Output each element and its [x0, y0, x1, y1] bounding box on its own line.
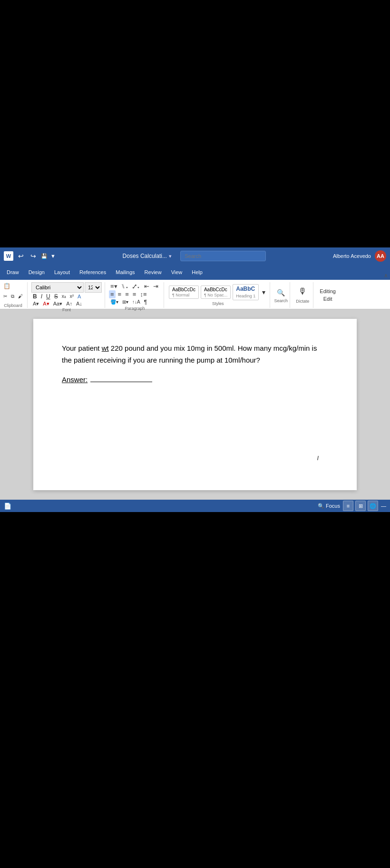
editing-button[interactable]: Editing [318, 288, 337, 295]
dictate-label: Dictate [296, 299, 309, 304]
style-nospace-sub: ¶ No Spac... [204, 293, 227, 297]
multilevel-button[interactable]: ⑇▾ [131, 282, 142, 290]
document-title: Doses Calculati... [123, 253, 167, 259]
document-status-icon: 📄 [4, 503, 11, 510]
styles-row: AaBbCcDc ¶ Normal AaBbCcDc ¶ No Spac... … [169, 284, 267, 300]
status-bar-right: 🔍 Focus ≡ ⊞ 🌐 — [318, 501, 386, 511]
user-name: Alberto Acevedo [333, 253, 371, 259]
title-dropdown[interactable]: ▾ [169, 253, 172, 259]
style-normal-label: AaBbCcDc [172, 287, 195, 292]
font-name-selector[interactable]: Calibri [31, 282, 84, 293]
tab-layout[interactable]: Layout [49, 265, 75, 280]
ribbon-toolbar: 📋 ✂ ⧉ 🖌 Clipboard Calibri 12 B I [0, 280, 390, 309]
document-content: Your patient wt 220 pound and you mix 10… [62, 343, 328, 385]
web-view-button[interactable]: 🌐 [368, 501, 378, 511]
title-bar-left: W ↩ ↪ 💾 ▼ [4, 251, 56, 261]
align-left-button[interactable]: ≡ [109, 290, 116, 298]
focus-text: Focus [326, 503, 340, 509]
focus-icon: 🔍 [318, 503, 324, 509]
user-initials: AA [377, 253, 384, 259]
tab-design[interactable]: Design [24, 265, 49, 280]
clipboard-label: Clipboard [2, 303, 24, 308]
line-spacing-button[interactable]: ↕≡ [138, 290, 148, 298]
para-align-row: ≡ ≡ ≡ ≡ ↕≡ [109, 290, 148, 298]
strikethrough-button[interactable]: S [53, 293, 59, 300]
word-window: W ↩ ↪ 💾 ▼ Doses Calculati... ▾ Alberto A… [0, 247, 390, 512]
shrink-font-button[interactable]: A↑ [65, 300, 74, 307]
format-painter-button[interactable]: 🖌 [17, 293, 24, 299]
font-color-button[interactable]: A▾ [41, 300, 50, 307]
italic-button[interactable]: I [39, 293, 44, 300]
font-color-row: A▾ A▾ Aa▾ A↑ A↓ [31, 300, 84, 307]
status-bar: 📄 🔍 Focus ≡ ⊞ 🌐 — [0, 500, 390, 512]
clipboard-bottom: ✂ ⧉ 🖌 [2, 293, 24, 300]
answer-blank[interactable] [90, 375, 152, 382]
quick-access-save[interactable]: 💾 [41, 253, 48, 259]
font-format-row: B I U S x₂ x² A [31, 293, 82, 300]
grow-font-button[interactable]: Aa▾ [52, 300, 64, 307]
paste-button[interactable]: 📋 [2, 282, 12, 290]
edit-button[interactable]: Edit [322, 296, 334, 302]
subscript-button[interactable]: x₂ [60, 293, 68, 299]
justify-button[interactable]: ≡ [131, 290, 138, 298]
shading-button[interactable]: 🪣▾ [109, 299, 120, 305]
cut-button[interactable]: ✂ [2, 293, 9, 299]
superscript-button[interactable]: x² [68, 293, 75, 299]
document-page[interactable]: Your patient wt 220 pound and you mix 10… [33, 319, 357, 490]
font-size-selector[interactable]: 12 [85, 282, 102, 293]
quick-access-more[interactable]: ▼ [50, 253, 56, 259]
align-center-button[interactable]: ≡ [117, 290, 123, 298]
text-effects-button[interactable]: A [76, 293, 82, 300]
show-formatting-button[interactable]: ¶ [143, 298, 148, 306]
copy-button[interactable]: ⧉ [10, 293, 16, 300]
bullets-button[interactable]: ≡▾ [109, 282, 119, 290]
read-view-button[interactable]: ≡ [343, 501, 353, 511]
tab-help[interactable]: Help [187, 265, 207, 280]
search-button[interactable]: 🔍 [274, 287, 288, 298]
tab-references[interactable]: References [75, 265, 111, 280]
style-h1-label: AaBbC [236, 286, 255, 292]
style-heading1[interactable]: AaBbC Heading 1 [233, 284, 259, 300]
tab-review[interactable]: Review [140, 265, 166, 280]
word-icon: W [4, 251, 13, 261]
numbering-button[interactable]: ⑊▾ [120, 282, 130, 290]
font-top-row: Calibri 12 [31, 282, 102, 293]
para-top-row: ≡▾ ⑊▾ ⑇▾ ⇤ ⇥ [109, 282, 160, 290]
ribbon-collapse-button[interactable]: ∧ [382, 271, 390, 280]
decrease-indent-button[interactable]: ⇤ [143, 282, 151, 290]
underline-button[interactable]: U [45, 293, 52, 300]
tab-view[interactable]: View [166, 265, 187, 280]
status-bar-left: 📄 [4, 503, 11, 510]
zoom-level: — [381, 503, 386, 509]
align-right-button[interactable]: ≡ [124, 290, 130, 298]
answer-label: Answer: [62, 374, 88, 385]
search-group: 🔍 Search [272, 282, 290, 308]
view-icons: ≡ ⊞ 🌐 [343, 501, 378, 511]
grow-font2-button[interactable]: A↓ [75, 300, 84, 307]
style-nospace-label: AaBbCcDc [204, 287, 227, 292]
print-view-button[interactable]: ⊞ [355, 501, 366, 511]
font-group-label: Font [31, 307, 102, 312]
black-top-region [0, 0, 390, 247]
highlight-color-button[interactable]: A▾ [31, 300, 40, 307]
increase-indent-button[interactable]: ⇥ [152, 282, 160, 290]
search-label: Search [274, 298, 288, 303]
style-normal[interactable]: AaBbCcDc ¶ Normal [169, 286, 199, 299]
title-search-input[interactable] [180, 251, 266, 261]
styles-more-button[interactable]: ▾ [261, 288, 267, 296]
user-avatar[interactable]: AA [375, 250, 386, 262]
tab-mailings[interactable]: Mailings [111, 265, 139, 280]
bold-button[interactable]: B [31, 293, 39, 300]
redo-button[interactable]: ↪ [29, 251, 38, 261]
focus-label: 🔍 Focus [318, 503, 340, 509]
black-bottom-region [0, 512, 390, 868]
borders-button[interactable]: ⊞▾ [121, 299, 130, 305]
para-shading-row: 🪣▾ ⊞▾ ↑↓A ¶ [109, 298, 148, 306]
style-no-spacing[interactable]: AaBbCcDc ¶ No Spac... [201, 286, 231, 299]
style-h1-sub: Heading 1 [236, 294, 255, 298]
paragraph-group: ≡▾ ⑊▾ ⑇▾ ⇤ ⇥ ≡ ≡ ≡ ≡ ↕≡ 🪣▾ ⊞▾ ↑↓A ¶ Para… [107, 282, 164, 308]
tab-draw[interactable]: Draw [2, 265, 24, 280]
sort-button[interactable]: ↑↓A [131, 299, 142, 305]
undo-button[interactable]: ↩ [16, 251, 26, 261]
dictate-button[interactable]: 🎙 [297, 286, 308, 297]
